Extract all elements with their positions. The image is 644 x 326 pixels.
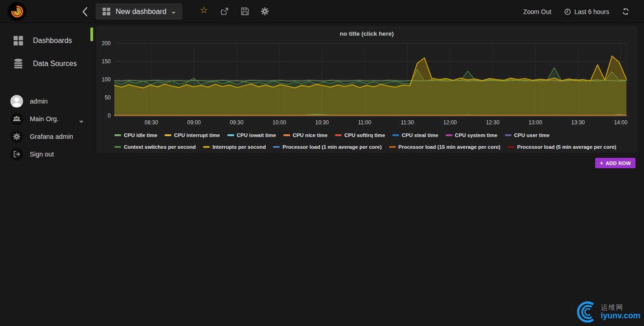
top-navbar: New dashboard ☆ Zoom Out: [0, 0, 644, 23]
legend-swatch: [392, 134, 399, 136]
legend-label: Processor load (1 min average per core): [282, 141, 381, 153]
svg-text:09:00: 09:00: [187, 119, 201, 126]
chevron-down-icon: [171, 12, 176, 14]
share-icon[interactable]: [220, 7, 229, 16]
legend-label: CPU iowait time: [237, 129, 276, 141]
svg-text:09:30: 09:30: [230, 119, 244, 126]
star-icon[interactable]: ☆: [200, 5, 208, 15]
legend-item[interactable]: Context switches per second: [114, 141, 196, 153]
legend-swatch: [508, 146, 514, 148]
legend-item[interactable]: Processor load (15 min average per core): [389, 141, 501, 153]
save-icon[interactable]: [240, 7, 249, 16]
clock-icon: [564, 8, 571, 15]
legend-item[interactable]: Processor load (1 min average per core): [273, 141, 381, 153]
gear-icon: [10, 130, 23, 143]
dashboard-title-dropdown[interactable]: New dashboard: [96, 4, 182, 19]
watermark: 运维网 iyunv.com: [574, 300, 640, 324]
add-row-label: ADD ROW: [606, 161, 631, 166]
org-label: Main Org.: [30, 115, 59, 123]
legend-item[interactable]: Interrupts per second: [203, 141, 266, 153]
timepicker-controls: Zoom Out Last 6 hours: [523, 0, 630, 23]
legend-swatch: [227, 134, 234, 136]
svg-text:14:00: 14:00: [614, 119, 627, 126]
legend-swatch: [273, 146, 280, 148]
legend-label: Interrupts per second: [212, 141, 266, 153]
avatar: [10, 95, 23, 108]
legend-label: CPU softirq time: [344, 129, 385, 141]
back-chevron-icon[interactable]: [81, 6, 89, 17]
sidebar-item-label: Dashboards: [33, 37, 72, 45]
plus-icon: +: [600, 160, 603, 166]
svg-text:10:30: 10:30: [315, 119, 329, 126]
legend-item[interactable]: CPU steal time: [392, 129, 438, 141]
time-range-label: Last 6 hours: [574, 8, 609, 15]
svg-text:12:30: 12:30: [486, 119, 499, 126]
svg-text:100: 100: [102, 76, 111, 83]
dashboard-grid-icon: [102, 7, 111, 16]
sign-out-label: Sign out: [30, 151, 54, 158]
legend-swatch: [283, 134, 290, 136]
svg-text:10:00: 10:00: [273, 119, 286, 126]
chart-legend: CPU idle timeCPU interrupt timeCPU iowai…: [114, 129, 625, 153]
sidebar-item-data-sources[interactable]: Data Sources: [0, 58, 90, 70]
refresh-icon[interactable]: [622, 8, 630, 15]
svg-text:150: 150: [102, 58, 111, 65]
time-range-picker[interactable]: Last 6 hours: [564, 8, 609, 15]
legend-item[interactable]: Processor load (5 min average per core): [508, 141, 616, 153]
legend-item[interactable]: CPU system time: [446, 129, 498, 141]
svg-text:200: 200: [102, 40, 111, 47]
legend-item[interactable]: CPU interrupt time: [165, 129, 220, 141]
row-color-tab[interactable]: [90, 28, 93, 41]
timeseries-chart[interactable]: 05010015020008:3009:0009:3010:0010:3011:…: [97, 40, 635, 128]
grafana-admin-label: Grafana admin: [30, 133, 73, 140]
svg-text:0: 0: [108, 113, 111, 119]
legend-swatch: [389, 146, 396, 148]
panel-title[interactable]: no title (click here): [96, 30, 637, 37]
legend-label: Processor load (5 min average per core): [517, 141, 616, 153]
sidebar-item-profile[interactable]: admin: [0, 95, 90, 108]
legend-item[interactable]: CPU softirq time: [335, 129, 385, 141]
svg-text:11:30: 11:30: [401, 119, 414, 126]
legend-label: CPU interrupt time: [174, 129, 220, 141]
legend-swatch: [114, 134, 121, 136]
legend-item[interactable]: CPU iowait time: [227, 129, 276, 141]
legend-label: CPU steal time: [402, 129, 438, 141]
zoom-out-button[interactable]: Zoom Out: [523, 8, 551, 15]
settings-gear-icon[interactable]: [260, 7, 269, 16]
legend-swatch: [446, 134, 452, 136]
add-row-button[interactable]: + ADD ROW: [595, 158, 635, 168]
svg-text:13:30: 13:30: [571, 119, 585, 126]
legend-swatch: [114, 146, 121, 148]
grafana-logo[interactable]: [8, 2, 26, 21]
database-icon: [13, 59, 24, 69]
legend-label: CPU system time: [455, 129, 498, 141]
grid-icon: [13, 36, 24, 46]
svg-text:11:00: 11:00: [358, 119, 371, 126]
sign-out-icon: [10, 148, 23, 161]
legend-label: CPU idle time: [124, 129, 157, 141]
users-icon: [10, 113, 23, 125]
sidebar-item-dashboards[interactable]: Dashboards: [0, 35, 90, 47]
username-label: admin: [30, 98, 48, 105]
legend-item[interactable]: CPU nice time: [283, 129, 328, 141]
legend-label: CPU user time: [514, 129, 550, 141]
legend-swatch: [165, 134, 171, 136]
svg-text:12:00: 12:00: [443, 119, 457, 126]
sidebar-item-org-switcher[interactable]: Main Org.: [0, 113, 90, 125]
legend-swatch: [335, 134, 342, 136]
svg-text:50: 50: [105, 94, 111, 101]
sidebar: Dashboards Data Sources admin: [0, 23, 90, 326]
watermark-cn-text: 运维网: [601, 303, 640, 311]
legend-swatch: [203, 146, 210, 148]
grafana-flame-icon: [9, 3, 26, 20]
sidebar-item-grafana-admin[interactable]: Grafana admin: [0, 130, 90, 143]
legend-label: Processor load (15 min average per core): [399, 141, 501, 153]
sidebar-item-sign-out[interactable]: Sign out: [0, 148, 90, 161]
sidebar-item-label: Data Sources: [33, 60, 77, 68]
svg-text:13:00: 13:00: [529, 119, 542, 126]
legend-item[interactable]: CPU user time: [505, 129, 550, 141]
iyunv-logo-icon: [574, 300, 599, 324]
legend-item[interactable]: CPU idle time: [114, 129, 157, 141]
legend-swatch: [505, 134, 512, 136]
legend-label: CPU nice time: [293, 129, 328, 141]
